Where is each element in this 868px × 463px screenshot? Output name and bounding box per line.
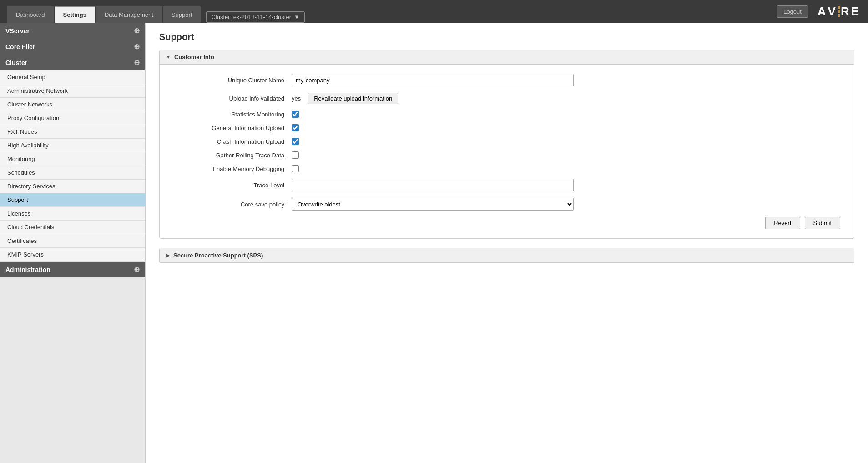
sidebar-item-admin-network[interactable]: Administrative Network [0, 84, 145, 98]
unique-cluster-name-row: Unique Cluster Name [173, 74, 840, 86]
sidebar-item-licenses[interactable]: Licenses [0, 207, 145, 221]
submit-button[interactable]: Submit [805, 217, 840, 229]
gather-rolling-trace-row: Gather Rolling Trace Data [173, 151, 840, 159]
enable-memory-debug-row: Enable Memory Debugging [173, 165, 840, 172]
enable-memory-debug-checkbox[interactable] [292, 165, 299, 172]
administration-expand-icon: ⊕ [134, 265, 140, 274]
sps-header[interactable]: ▶ Secure Proactive Support (SPS) [160, 248, 854, 263]
content-area: Support ▼ Customer Info Unique Cluster N… [146, 23, 868, 463]
sidebar-item-schedules[interactable]: Schedules [0, 166, 145, 180]
sidebar-item-proxy-config[interactable]: Proxy Configuration [0, 111, 145, 125]
topbar-left: Dashboard Settings Data Management Suppo… [7, 0, 305, 23]
sidebar-item-monitoring[interactable]: Monitoring [0, 152, 145, 166]
sps-header-label: Secure Proactive Support (SPS) [173, 252, 263, 259]
unique-cluster-name-field [292, 74, 574, 86]
page-title: Support [159, 32, 854, 42]
logo-bar-icon [838, 6, 840, 17]
sidebar-section-vserver-label: VServer [5, 27, 30, 35]
sidebar-item-support[interactable]: Support [0, 193, 145, 207]
sidebar-section-corefiler-label: Core Filer [5, 43, 35, 50]
trace-level-field [292, 179, 574, 191]
upload-info-field: yes Revalidate upload information [292, 93, 574, 104]
sidebar-item-cluster-networks[interactable]: Cluster Networks [0, 98, 145, 111]
statistics-monitoring-field [292, 111, 574, 118]
sidebar-section-administration-label: Administration [5, 266, 50, 273]
sidebar-section-corefiler[interactable]: Core Filer ⊕ [0, 39, 145, 55]
crash-info-upload-row: Crash Information Upload [173, 138, 840, 145]
core-save-policy-select[interactable]: Overwrite oldest Do not overwrite Overwr… [292, 198, 574, 211]
tab-settings[interactable]: Settings [55, 6, 95, 23]
crash-info-upload-label: Crash Information Upload [173, 138, 292, 145]
upload-info-label: Upload info validated [173, 95, 292, 102]
corefiler-expand-icon: ⊕ [134, 42, 140, 51]
topbar-right: Logout A V R E [777, 5, 861, 19]
crash-info-upload-field [292, 138, 574, 145]
trace-level-label: Trace Level [173, 182, 292, 189]
sps-expand-icon: ▶ [166, 253, 170, 258]
sidebar-section-cluster-items: General Setup Administrative Network Clu… [0, 70, 145, 262]
sidebar-section-cluster-label: Cluster [5, 59, 27, 66]
statistics-monitoring-checkbox[interactable] [292, 111, 299, 118]
avere-logo: A V R E [818, 5, 861, 19]
revert-button[interactable]: Revert [765, 217, 800, 229]
gather-rolling-trace-field [292, 151, 574, 159]
sidebar-item-fxt-nodes[interactable]: FXT Nodes [0, 125, 145, 139]
sidebar-item-cloud-credentials[interactable]: Cloud Credentials [0, 221, 145, 234]
cluster-selector-label: Cluster: ek-2018-11-14-cluster [211, 14, 291, 20]
trace-level-row: Trace Level [173, 179, 840, 191]
general-info-upload-checkbox[interactable] [292, 124, 299, 131]
trace-level-input[interactable] [292, 179, 574, 191]
sidebar-section-cluster[interactable]: Cluster ⊖ [0, 55, 145, 70]
general-info-upload-label: General Information Upload [173, 125, 292, 131]
statistics-monitoring-label: Statistics Monitoring [173, 111, 292, 118]
nav-tabs: Dashboard Settings Data Management Suppo… [7, 0, 202, 23]
sidebar-section-vserver[interactable]: VServer ⊕ [0, 23, 145, 39]
cluster-collapse-icon: ⊖ [134, 58, 140, 67]
sidebar-item-certificates[interactable]: Certificates [0, 234, 145, 248]
core-save-policy-row: Core save policy Overwrite oldest Do not… [173, 198, 840, 211]
sidebar-item-kmip-servers[interactable]: KMIP Servers [0, 248, 145, 262]
sps-section: ▶ Secure Proactive Support (SPS) [159, 248, 854, 263]
general-info-upload-field [292, 124, 574, 131]
logout-button[interactable]: Logout [777, 5, 808, 18]
enable-memory-debug-label: Enable Memory Debugging [173, 166, 292, 172]
crash-info-upload-checkbox[interactable] [292, 138, 299, 145]
core-save-policy-label: Core save policy [173, 201, 292, 208]
sidebar-item-general-setup[interactable]: General Setup [0, 70, 145, 84]
gather-rolling-trace-label: Gather Rolling Trace Data [173, 152, 292, 159]
revalidate-button[interactable]: Revalidate upload information [308, 93, 398, 104]
form-buttons: Revert Submit [173, 217, 840, 229]
gather-rolling-trace-checkbox[interactable] [292, 151, 299, 159]
main-layout: VServer ⊕ Core Filer ⊕ Cluster ⊖ General… [0, 23, 868, 463]
topbar: Dashboard Settings Data Management Suppo… [0, 0, 868, 23]
statistics-monitoring-row: Statistics Monitoring [173, 111, 840, 118]
general-info-upload-row: General Information Upload [173, 124, 840, 131]
tab-dashboard[interactable]: Dashboard [7, 6, 54, 23]
enable-memory-debug-field [292, 165, 574, 172]
unique-cluster-name-label: Unique Cluster Name [173, 77, 292, 84]
upload-info-value: yes [292, 95, 301, 102]
customer-info-header[interactable]: ▼ Customer Info [160, 50, 854, 65]
sidebar-section-administration[interactable]: Administration ⊕ [0, 262, 145, 277]
tab-support[interactable]: Support [163, 6, 201, 23]
vserver-expand-icon: ⊕ [134, 26, 140, 35]
customer-info-collapse-icon: ▼ [166, 55, 171, 60]
tab-data-management[interactable]: Data Management [96, 6, 162, 23]
customer-info-header-label: Customer Info [174, 54, 214, 60]
core-save-policy-field: Overwrite oldest Do not overwrite Overwr… [292, 198, 574, 211]
customer-info-section: ▼ Customer Info Unique Cluster Name Uplo… [159, 50, 854, 239]
sidebar-item-directory-services[interactable]: Directory Services [0, 180, 145, 193]
cluster-selector[interactable]: Cluster: ek-2018-11-14-cluster ▼ [206, 11, 304, 23]
dropdown-arrow-icon: ▼ [294, 14, 300, 20]
sidebar: VServer ⊕ Core Filer ⊕ Cluster ⊖ General… [0, 23, 146, 463]
sidebar-item-high-availability[interactable]: High Availability [0, 139, 145, 152]
unique-cluster-name-input[interactable] [292, 74, 574, 86]
upload-info-row: Upload info validated yes Revalidate upl… [173, 93, 840, 104]
customer-info-content: Unique Cluster Name Upload info validate… [160, 65, 854, 238]
